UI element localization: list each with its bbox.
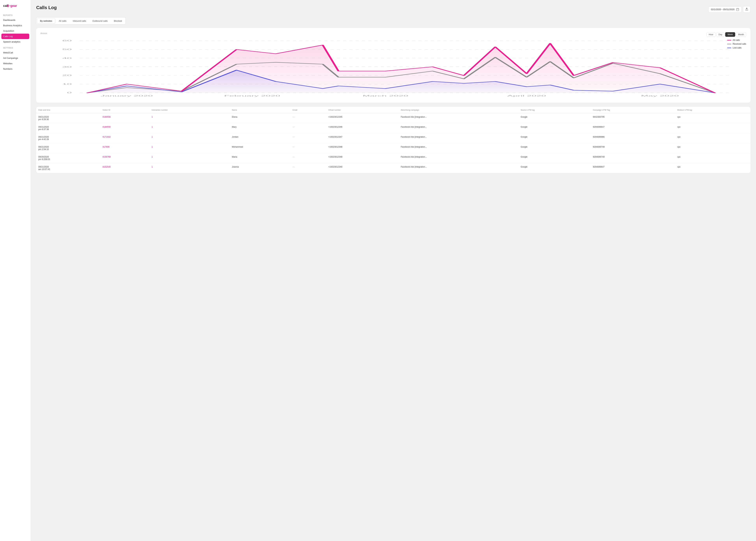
time-btn-month[interactable]: Month (736, 32, 746, 37)
col-interaction: Interaction number (149, 107, 230, 113)
date-range-value: 02/1/2020 - 05/31/2020 (711, 8, 734, 11)
cell-visitor[interactable]: 4171602 (101, 133, 149, 143)
tab-by-websites[interactable]: By websites (37, 18, 55, 24)
legend-all-calls: All calls (727, 39, 746, 41)
sidebar-item-ad-campaings[interactable]: Ad Campaings (0, 55, 31, 61)
cell-campaign: Facebook Ads [integration... (399, 133, 519, 143)
svg-rect-3 (8, 4, 8, 7)
svg-rect-4 (9, 5, 9, 7)
chart-legend: All calls Received calls Lost calls (727, 39, 746, 49)
cell-source: Google (519, 113, 591, 123)
cell-campaign: Facebook Ads [integration... (399, 163, 519, 173)
cell-date: 09/20/2020 pm 9:208:03 (36, 153, 101, 163)
main-content: Calls Log 02/1/2020 - 05/31/2020 By webs… (31, 0, 756, 541)
cell-date: 09/21/2020 am 10:07:43 (36, 163, 101, 173)
cell-interaction[interactable]: 1 (149, 113, 230, 123)
logo: call ·gear (0, 3, 31, 12)
chart-time-controls: Hour Day Week Month (706, 32, 746, 37)
svg-text:March 2020: March 2020 (363, 95, 408, 97)
time-btn-hour[interactable]: Hour (706, 32, 716, 37)
col-source: Source UTM tag (519, 107, 591, 113)
cell-source: Google (519, 133, 591, 143)
cell-virtual: +19323012345 (326, 113, 399, 123)
svg-text:20: 20 (62, 74, 72, 77)
svg-text:February 2020: February 2020 (224, 95, 280, 97)
table-header-row: Date and time Visitor ID Interaction num… (36, 107, 750, 113)
cell-utm-campaign: 9294089749 (591, 143, 675, 153)
sidebar-item-acquisition[interactable]: Acquisition (0, 28, 31, 34)
svg-text:60: 60 (62, 39, 72, 42)
cell-email: — (291, 113, 326, 123)
cell-source: Google (519, 143, 591, 153)
cell-interaction[interactable]: 1 (149, 123, 230, 133)
svg-text:50: 50 (62, 48, 72, 50)
settings-section-label: SETTINGS (0, 44, 31, 50)
table-card: Date and time Visitor ID Interaction num… (36, 107, 750, 173)
cell-interaction[interactable]: 1 (149, 133, 230, 143)
sidebar-item-calls-log[interactable]: Calls Log (1, 34, 29, 39)
col-utm-medium: Medium UTM tag (675, 107, 750, 113)
col-date: Date and time (36, 107, 101, 113)
svg-text:call: call (3, 4, 8, 8)
sidebar-item-web2call[interactable]: Web2Call (0, 50, 31, 55)
cell-visitor[interactable]: 4184550 (101, 123, 149, 133)
cell-visitor[interactable]: 4152540 (101, 163, 149, 173)
svg-text:January 2020: January 2020 (101, 95, 153, 97)
cell-date: 09/21/2020 pm 6:37:38 (36, 123, 101, 133)
cell-name: Mary (230, 123, 290, 133)
cell-virtual: +19323012349 (326, 153, 399, 163)
cell-interaction[interactable]: 1 (149, 143, 230, 153)
sidebar-item-speech-analytics[interactable]: Speech analytics (0, 39, 31, 44)
cell-visitor[interactable]: 417806 (101, 143, 149, 153)
page-title: Calls Log (36, 5, 57, 10)
legend-line-lost-calls (727, 48, 731, 48)
svg-text:·gear: ·gear (9, 4, 17, 8)
cell-interaction[interactable]: 1 (149, 163, 230, 173)
legend-line-all-calls (727, 40, 731, 40)
sidebar-item-websites[interactable]: Websites (0, 61, 31, 66)
cell-utm-medium: cpc (675, 113, 750, 123)
time-btn-day[interactable]: Day (716, 32, 724, 37)
tab-blocked[interactable]: Blocked (111, 18, 125, 24)
time-btn-week[interactable]: Week (725, 32, 735, 37)
cell-name: Elena (230, 113, 290, 123)
header-row: Calls Log 02/1/2020 - 05/31/2020 (36, 5, 750, 14)
cell-utm-medium: cpc (675, 133, 750, 143)
cell-visitor[interactable]: 4158768 (101, 153, 149, 163)
sidebar-item-business-analytics[interactable]: Business Analytics (0, 23, 31, 28)
cell-utm-campaign: 9294089749 (591, 153, 675, 163)
tab-all-calls[interactable]: All calls (56, 18, 69, 24)
calendar-icon (736, 8, 739, 11)
cell-date: 09/21/2020 pm 4:42:28 (36, 133, 101, 143)
svg-rect-5 (736, 8, 739, 11)
table-row: 09/21/2020 pm 6:37:38 4184550 1 Mary — +… (36, 123, 750, 133)
tabs-container: By websites All calls Inbound calls Outb… (36, 17, 126, 25)
sidebar-item-dashboards[interactable]: Dashboards (0, 17, 31, 23)
cell-email: — (291, 163, 326, 173)
svg-text:10: 10 (62, 83, 72, 85)
cell-email: — (291, 153, 326, 163)
cell-date: 09/21/2020 pm 2:54:10 (36, 143, 101, 153)
svg-text:May 2020: May 2020 (641, 95, 679, 97)
cell-visitor[interactable]: 4189556 (101, 113, 149, 123)
export-button[interactable] (743, 6, 750, 13)
cell-virtual: +19323012346 (326, 123, 399, 133)
sidebar-item-numbers[interactable]: Numbers (0, 66, 31, 72)
calls-table: Date and time Visitor ID Interaction num… (36, 107, 750, 173)
cell-interaction[interactable]: 1 (149, 153, 230, 163)
date-range-button[interactable]: 02/1/2020 - 05/31/2020 (708, 6, 742, 12)
tab-inbound-calls[interactable]: Inbound calls (70, 18, 89, 24)
table-row: 09/21/2020 pm 9:26:30 4189556 1 Elena — … (36, 113, 750, 123)
tab-outbound-calls[interactable]: Outbound calls (90, 18, 111, 24)
col-utm-campaign: Campaign UTM Tag (591, 107, 675, 113)
chart-area: All calls Received calls Lost calls (40, 39, 746, 98)
cell-utm-medium: cpc (675, 143, 750, 153)
legend-received-calls: Received calls (727, 43, 746, 45)
cell-utm-medium: cpc (675, 163, 750, 173)
cell-virtual: +19323012348 (326, 143, 399, 153)
svg-rect-2 (7, 5, 8, 7)
chart-svg: 0 10 20 30 40 50 60 January 2020 Februar… (40, 39, 746, 98)
cell-source: Google (519, 153, 591, 163)
cell-name: Jordan (230, 133, 290, 143)
legend-line-received-calls (727, 44, 731, 44)
